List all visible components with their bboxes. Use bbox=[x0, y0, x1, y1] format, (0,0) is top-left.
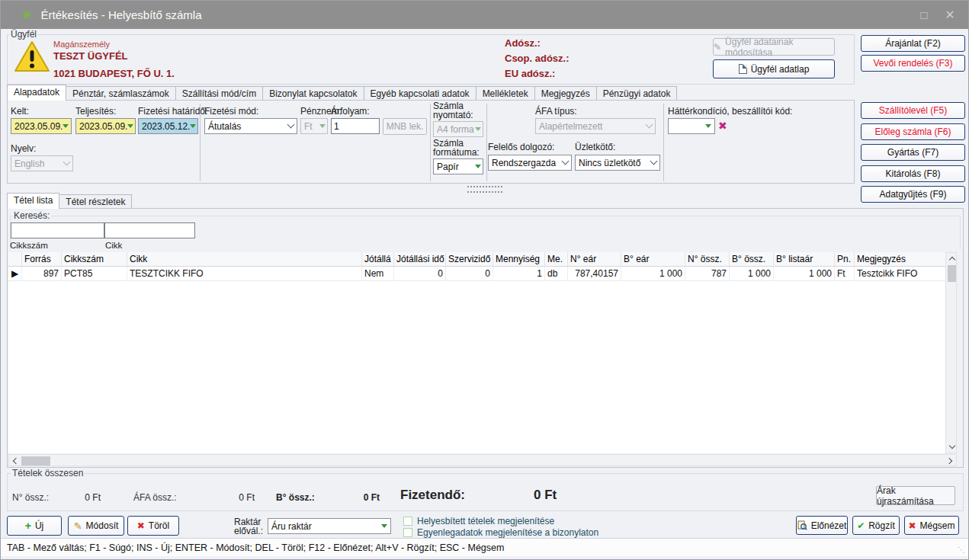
column-header-cikkszam[interactable]: Cikkszám bbox=[62, 252, 127, 266]
outbound-button[interactable]: Kitárolás (F8) bbox=[861, 165, 965, 182]
dropdown-arrow-icon[interactable] bbox=[63, 124, 69, 128]
splitter-handle[interactable] bbox=[467, 186, 502, 193]
dropdown-arrow-icon[interactable] bbox=[475, 165, 481, 168]
scroll-up-button[interactable] bbox=[946, 253, 958, 264]
cancel-button[interactable]: ✖ Mégsem bbox=[904, 516, 959, 535]
corrected-items-checkbox[interactable] bbox=[403, 517, 412, 526]
column-header-szervizido[interactable]: Szervizidő (h bbox=[446, 252, 493, 266]
modify-item-button[interactable]: ✎ Módosít bbox=[68, 516, 124, 536]
tab-penztar-szamlaszamok[interactable]: Pénztár, számlaszámok bbox=[66, 86, 176, 101]
tab-egyeb-kapcsolati-adatok[interactable]: Egyéb kapcsolati adatok bbox=[364, 86, 476, 101]
cell-brutto-ossz: 1 000 bbox=[730, 267, 774, 280]
production-button[interactable]: Gyártás (F7) bbox=[861, 144, 965, 161]
hatarido-datefield[interactable]: 2023.05.12. bbox=[138, 118, 198, 134]
dropdown-arrow-icon[interactable] bbox=[381, 524, 387, 528]
search-cikk-label: Cikk bbox=[105, 241, 122, 250]
quote-button[interactable]: Árajánlat (F2) bbox=[861, 35, 965, 52]
save-button[interactable]: ✔ Rögzít bbox=[852, 516, 900, 535]
cell-netto-ossz: 787 bbox=[685, 267, 730, 280]
column-header-jotallas[interactable]: Jótállá bbox=[362, 252, 394, 266]
current-row-marker-icon: ▶ bbox=[8, 267, 22, 280]
arfolyam-input[interactable] bbox=[331, 118, 380, 134]
column-header-megjegyzes[interactable]: Megjegyzés bbox=[855, 252, 945, 266]
recalculate-prices-button[interactable]: Árak újraszámítása bbox=[876, 486, 955, 505]
tab-penzugyi-adatok[interactable]: Pénzügyi adatok bbox=[597, 86, 678, 101]
scroll-down-button[interactable] bbox=[946, 441, 958, 453]
column-header-pn[interactable]: Pn. bbox=[835, 252, 855, 266]
column-header-brutto-ear[interactable]: B° eár bbox=[621, 252, 685, 266]
corrected-items-checkbox-label: Helyesbített tételek megjelenítése bbox=[417, 516, 554, 526]
dropdown-arrow-icon[interactable] bbox=[127, 124, 133, 128]
kelt-datefield[interactable]: 2023.05.09. bbox=[11, 118, 72, 134]
warehouse-combo[interactable]: Áru raktár bbox=[268, 518, 391, 534]
resize-grip[interactable]: ⋱ bbox=[958, 546, 965, 554]
felelos-dolgozo-combo[interactable]: Rendszergazda Gé bbox=[488, 155, 572, 171]
status-bar: TAB - Mező váltás; F1 - Súgó; INS - Új; … bbox=[1, 538, 968, 556]
tab-tetel-reszletek[interactable]: Tétel részletek bbox=[59, 194, 132, 209]
balance-data-checkbox[interactable] bbox=[403, 528, 412, 537]
data-collection-button[interactable]: Adatgyűjtés (F9) bbox=[861, 186, 965, 203]
horizontal-scroll-thumb[interactable] bbox=[21, 456, 50, 466]
tax-number-label: Adósz.: bbox=[505, 37, 541, 49]
tab-bizonylat-kapcsolatok[interactable]: Bizonylat kapcsolatok bbox=[263, 86, 364, 101]
szamla-formatum-combo[interactable]: Papír bbox=[433, 158, 483, 174]
vertical-scrollbar[interactable] bbox=[945, 252, 957, 453]
eu-tax-number-label: EU adósz.: bbox=[505, 68, 555, 79]
tab-tetel-lista[interactable]: Tétel lista bbox=[7, 193, 59, 209]
dropdown-arrow-icon[interactable] bbox=[190, 124, 196, 128]
afa-total-value: 0 Ft bbox=[191, 492, 255, 503]
column-header-me[interactable]: Me. bbox=[545, 252, 568, 266]
column-header-jotallasi-ido[interactable]: Jótállási idő ( bbox=[394, 252, 446, 266]
production-label: Gyártás (F7) bbox=[887, 147, 939, 158]
tab-mellekletek[interactable]: Mellékletek bbox=[476, 86, 535, 101]
chevron-down-icon[interactable] bbox=[650, 158, 658, 165]
tab-megjegyzes[interactable]: Megjegyzés bbox=[535, 86, 597, 101]
penznem-value: Ft bbox=[304, 121, 313, 132]
chevron-down-icon[interactable] bbox=[287, 121, 295, 129]
cell-jotallas: Nem bbox=[362, 267, 394, 280]
fizetesi-mod-combo[interactable]: Átutalás bbox=[204, 118, 297, 134]
mnb-label: MNB lek. bbox=[387, 121, 424, 132]
column-header-cikk[interactable]: Cikk bbox=[127, 252, 362, 266]
main-tabstrip: Alapadatok Pénztár, számlaszámok Szállít… bbox=[7, 85, 677, 101]
vertical-scroll-thumb[interactable] bbox=[948, 265, 956, 282]
check-icon: ✔ bbox=[857, 521, 865, 530]
column-header-brutto-ossz[interactable]: B° össz. bbox=[730, 252, 774, 266]
chevron-down-icon[interactable] bbox=[562, 158, 570, 165]
customer-datasheet-label: Ügyfél adatlap bbox=[751, 64, 810, 75]
close-button[interactable]: ✕ bbox=[942, 8, 958, 23]
delete-item-button[interactable]: ✖ Töröl bbox=[127, 516, 179, 536]
totals-group-label: Tételek összesen bbox=[11, 468, 85, 478]
column-header-brutto-listaar[interactable]: B° listaár bbox=[774, 252, 835, 266]
hatterkondicio-combo[interactable] bbox=[668, 118, 715, 134]
tab-szallitasi-mod[interactable]: Szállítási mód/cím bbox=[176, 86, 263, 101]
felelos-dolgozo-label: Felelős dolgozó: bbox=[488, 142, 554, 152]
maximize-button[interactable]: □ bbox=[916, 8, 932, 23]
document-icon bbox=[739, 64, 747, 74]
dropdown-arrow-icon[interactable] bbox=[705, 124, 711, 128]
szamla-nyomtato-label: Számla nyomtató: bbox=[433, 101, 473, 120]
advance-invoice-button[interactable]: Előleg számla (F6) bbox=[861, 123, 965, 140]
column-header-netto-ossz[interactable]: N° össz. bbox=[685, 252, 730, 266]
search-cikkszam-input[interactable] bbox=[11, 222, 104, 238]
customer-datasheet-button[interactable]: Ügyfél adatlap bbox=[713, 59, 835, 78]
tab-alapadatok[interactable]: Alapadatok bbox=[7, 85, 66, 101]
column-header-netto-ear[interactable]: N° eár bbox=[568, 252, 621, 266]
clear-x-icon[interactable]: ✖ bbox=[718, 120, 727, 132]
table-row[interactable]: ▶ 897 PCT85 TESZTCIKK FIFO Nem 0 0 1 db … bbox=[8, 267, 945, 281]
delivery-note-button[interactable]: Szállítólevél (F5) bbox=[861, 102, 965, 119]
column-header-forras[interactable]: Forrás bbox=[22, 252, 62, 266]
customer-address: 1021 BUDAPEST, FŐ U. 1. bbox=[53, 68, 175, 79]
afa-tipus-combo: Alapértelmezett bbox=[535, 118, 656, 134]
new-item-button[interactable]: + Új bbox=[7, 516, 62, 536]
scroll-left-button[interactable] bbox=[9, 455, 21, 467]
search-cikk-input[interactable] bbox=[104, 222, 195, 238]
scroll-right-button[interactable] bbox=[945, 455, 956, 467]
uzletkoto-combo[interactable]: Nincs üzletkötő bbox=[575, 155, 660, 171]
teljesites-datefield[interactable]: 2023.05.09. bbox=[75, 118, 136, 134]
horizontal-scrollbar[interactable] bbox=[8, 454, 957, 466]
column-header-mennyiseg[interactable]: Mennyiség bbox=[493, 252, 545, 266]
cell-brutto-listaar: 1 000 bbox=[774, 267, 835, 280]
preview-button[interactable]: Előnézet bbox=[796, 516, 848, 535]
customer-order-button[interactable]: Vevői rendelés (F3) bbox=[861, 55, 965, 72]
